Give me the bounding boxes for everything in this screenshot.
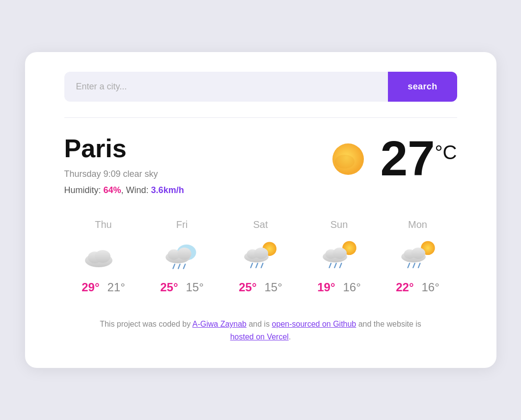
footer-text-before: This project was coded by bbox=[100, 320, 192, 328]
svg-line-10 bbox=[178, 264, 180, 269]
forecast-day-sun: Sun bbox=[300, 219, 379, 294]
temp-low-fri: 15° bbox=[186, 280, 204, 294]
temp-row-sun: 19° 16° bbox=[317, 280, 361, 294]
day-label-fri: Fri bbox=[176, 219, 188, 230]
svg-point-4 bbox=[95, 250, 110, 263]
humidity-label: Humidity: bbox=[64, 185, 101, 195]
svg-line-18 bbox=[261, 263, 263, 268]
search-button[interactable]: search bbox=[388, 72, 457, 102]
forecast-day-mon: Mon bbox=[379, 219, 457, 294]
temp-high-sat: 25° bbox=[239, 280, 256, 294]
svg-line-11 bbox=[183, 264, 185, 269]
temp-low-thu: 21° bbox=[108, 280, 125, 294]
forecast-day-sat: Sat bbox=[221, 219, 300, 294]
temp-row-mon: 22° 16° bbox=[396, 280, 439, 294]
author-link[interactable]: A-Giwa Zaynab bbox=[192, 320, 247, 328]
github-link[interactable]: open-sourced on Github bbox=[272, 320, 356, 328]
temp-row-sat: 25° 15° bbox=[239, 280, 282, 294]
temperature-display: 27 °C bbox=[326, 134, 457, 183]
day-label-mon: Mon bbox=[408, 219, 427, 230]
svg-line-25 bbox=[339, 263, 341, 268]
svg-line-31 bbox=[413, 263, 415, 268]
wind-label: Wind: bbox=[126, 185, 149, 195]
wind-value: 3.6km/h bbox=[151, 185, 184, 195]
search-row: search bbox=[64, 72, 457, 102]
svg-line-9 bbox=[173, 264, 175, 269]
divider bbox=[64, 117, 457, 118]
icon-sat bbox=[241, 238, 280, 273]
temp-high-sun: 19° bbox=[317, 280, 335, 294]
icon-sun bbox=[320, 238, 359, 273]
temp-row-thu: 29° 21° bbox=[82, 280, 125, 294]
forecast-day-fri: Fri bbox=[143, 219, 221, 294]
temperature-value: 27 bbox=[380, 134, 435, 183]
sun-icon bbox=[326, 136, 370, 180]
svg-point-15 bbox=[254, 248, 268, 259]
svg-line-32 bbox=[418, 263, 420, 268]
footer-text-middle: and is bbox=[247, 320, 272, 328]
forecast-day-thu: Thu 29° 21° bbox=[64, 219, 143, 294]
svg-line-30 bbox=[408, 263, 410, 268]
day-label-sat: Sat bbox=[253, 219, 268, 230]
svg-point-22 bbox=[332, 248, 346, 259]
temp-high-mon: 22° bbox=[396, 280, 413, 294]
main-card: search Paris Thursday 9:09 clear sky Hum… bbox=[25, 52, 496, 367]
temp-row-fri: 25° 15° bbox=[160, 280, 204, 294]
city-search-input[interactable] bbox=[64, 72, 388, 102]
temp-low-sun: 16° bbox=[343, 280, 361, 294]
footer-period: . bbox=[289, 333, 291, 341]
day-label-sun: Sun bbox=[330, 219, 348, 230]
svg-point-8 bbox=[177, 248, 191, 260]
temp-low-sat: 15° bbox=[265, 280, 282, 294]
weather-description: Thursday 9:09 clear sky bbox=[64, 169, 184, 179]
svg-line-16 bbox=[250, 263, 252, 268]
svg-line-17 bbox=[256, 263, 258, 268]
footer-text-after: and the website is bbox=[356, 320, 421, 328]
current-weather-section: Paris Thursday 9:09 clear sky Humidity: … bbox=[64, 134, 457, 196]
svg-line-23 bbox=[329, 263, 331, 268]
temp-high-thu: 29° bbox=[82, 280, 99, 294]
icon-mon bbox=[398, 238, 438, 273]
icon-thu bbox=[84, 238, 123, 273]
day-label-thu: Thu bbox=[95, 219, 111, 230]
svg-point-29 bbox=[411, 248, 425, 259]
temperature-unit: °C bbox=[435, 141, 457, 164]
humidity-value: 64% bbox=[104, 185, 121, 195]
weather-details: Humidity: 64%, Wind: 3.6km/h bbox=[64, 185, 184, 196]
temp-low-mon: 16° bbox=[422, 280, 439, 294]
vercel-link[interactable]: hosted on Vercel bbox=[230, 333, 289, 341]
city-name: Paris bbox=[64, 134, 184, 163]
footer: This project was coded by A-Giwa Zaynab … bbox=[64, 318, 457, 343]
svg-point-1 bbox=[335, 155, 355, 168]
svg-line-24 bbox=[334, 263, 336, 268]
city-info: Paris Thursday 9:09 clear sky Humidity: … bbox=[64, 134, 184, 196]
forecast-section: Thu 29° 21° bbox=[64, 219, 457, 294]
icon-fri bbox=[163, 238, 202, 273]
temp-high-fri: 25° bbox=[160, 280, 178, 294]
